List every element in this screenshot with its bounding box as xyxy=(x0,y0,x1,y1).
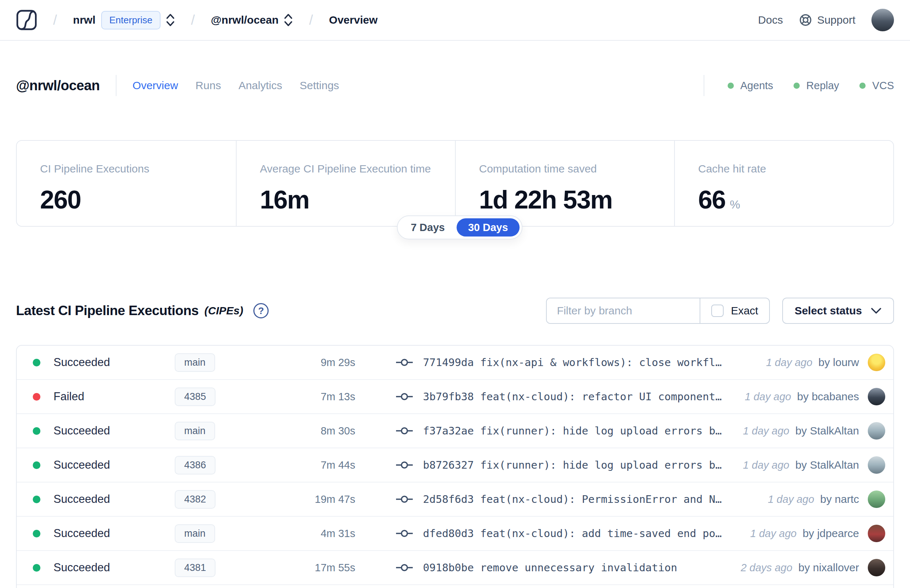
workspace-selector-icon[interactable] xyxy=(284,13,293,27)
commit-cell: 771499da fix(nx-api & workflows): close … xyxy=(355,356,758,368)
help-icon[interactable]: ? xyxy=(253,303,268,318)
section-title-suffix: (CIPEs) xyxy=(205,305,244,317)
cipe-table: Succeeded main 9m 29s 771499da fix(nx-ap… xyxy=(16,345,894,588)
time-ago-label: 1 day ago xyxy=(766,357,812,368)
duration-label: 7m 44s xyxy=(266,459,355,471)
nx-cloud-logo-icon[interactable] xyxy=(16,10,37,31)
avatar xyxy=(868,456,885,474)
status-label: Succeeded xyxy=(53,561,110,574)
exact-label: Exact xyxy=(731,305,758,317)
status-dot-icon xyxy=(33,427,40,435)
author-label: by nartc xyxy=(820,493,859,505)
time-ago-label: 1 day ago xyxy=(743,459,789,471)
feature-status-item[interactable]: VCS xyxy=(860,80,894,92)
exact-checkbox[interactable] xyxy=(711,305,724,317)
status-cell: Succeeded xyxy=(33,424,175,437)
feature-status-item[interactable]: Replay xyxy=(794,80,839,92)
author-label: by StalkAltan xyxy=(795,459,859,471)
commit-message: 3b79fb38 feat(nx-cloud): refactor UI com… xyxy=(423,391,722,403)
meta-cell: 2 days ago by nixallover xyxy=(741,561,859,574)
workspace-name[interactable]: @nrwl/ocean xyxy=(211,14,278,26)
status-cell: Succeeded xyxy=(33,561,175,574)
time-ago-label: 1 day ago xyxy=(745,391,791,402)
status-label: Succeeded xyxy=(53,527,110,540)
status-dot-icon xyxy=(33,530,40,538)
workspace-tab[interactable]: Runs xyxy=(196,79,221,92)
table-row[interactable]: Succeeded 4386 7m 44s b8726327 fix(runne… xyxy=(17,448,893,483)
time-ago-label: 1 day ago xyxy=(743,425,789,437)
stat-label: Average CI Pipeline Execution time xyxy=(260,163,455,175)
table-row[interactable]: Succeeded main 8m 30s f37a32ae fix(runne… xyxy=(17,414,893,448)
select-status-button[interactable]: Select status xyxy=(782,298,894,324)
duration-label: 19m 47s xyxy=(266,493,355,506)
stat-label: Computation time saved xyxy=(479,163,674,175)
status-dot-icon xyxy=(33,393,40,401)
status-dot-icon xyxy=(33,461,40,469)
date-range-toggle: 7 Days 30 Days xyxy=(397,215,522,239)
duration-label: 9m 29s xyxy=(266,357,355,368)
table-row[interactable]: Failed 4385 7m 13s 3b79fb38 feat(nx-clou… xyxy=(17,380,893,414)
status-label: Succeeded xyxy=(53,424,110,437)
org-crumb[interactable]: nrwl Enterprise xyxy=(73,11,175,29)
commit-cell: 3b79fb38 feat(nx-cloud): refactor UI com… xyxy=(355,391,737,403)
breadcrumb-separator: / xyxy=(186,12,200,28)
feature-label: Agents xyxy=(740,80,773,92)
duration-label: 7m 13s xyxy=(266,391,355,403)
enterprise-badge: Enterprise xyxy=(101,11,160,29)
author-label: by jdpearce xyxy=(803,527,859,539)
table-row[interactable]: Succeeded main 9m 29s 771499da fix(nx-ap… xyxy=(17,346,893,380)
time-ago-label: 1 day ago xyxy=(768,493,814,505)
commit-message: dfed80d3 feat(nx-cloud): add time-saved … xyxy=(423,527,722,540)
workspace-tab[interactable]: Overview xyxy=(133,79,178,92)
author-label: by lourw xyxy=(818,356,859,368)
workspace-tab[interactable]: Analytics xyxy=(238,79,282,92)
workspace-crumb[interactable]: @nrwl/ocean xyxy=(211,13,293,27)
support-link[interactable]: Support xyxy=(799,13,855,27)
user-avatar[interactable] xyxy=(871,9,894,31)
branch-filter-input[interactable] xyxy=(547,298,700,323)
date-range-option[interactable]: 30 Days xyxy=(456,218,520,236)
meta-cell: 1 day ago by nartc xyxy=(768,493,859,506)
meta-cell: 1 day ago by StalkAltan xyxy=(743,425,859,437)
feature-label: VCS xyxy=(872,80,894,92)
branch-badge: main xyxy=(175,353,215,372)
status-label: Succeeded xyxy=(53,459,110,472)
status-dot-icon xyxy=(33,564,40,572)
branch-cell: 4385 xyxy=(175,388,266,406)
org-selector-icon[interactable] xyxy=(166,13,175,27)
stat-card: Cache hit rate 66% xyxy=(674,141,893,226)
top-nav-bar: / nrwl Enterprise / @nrwl/ocean / Overvi… xyxy=(0,0,910,41)
branch-filter-group: Exact xyxy=(546,298,770,324)
time-ago-label: 2 days ago xyxy=(741,562,792,573)
stat-card: Average CI Pipeline Execution time 16m xyxy=(236,141,455,226)
status-cell: Succeeded xyxy=(33,459,175,472)
status-label: Failed xyxy=(53,390,84,403)
divider xyxy=(704,75,704,96)
org-name[interactable]: nrwl xyxy=(73,14,96,26)
meta-cell: 1 day ago by jdpearce xyxy=(750,527,859,540)
date-range-option[interactable]: 7 Days xyxy=(400,218,456,236)
support-label: Support xyxy=(817,14,855,26)
git-commit-icon xyxy=(396,426,413,436)
table-row[interactable]: Succeeded 4381 17m 55s 0918b0be remove u… xyxy=(17,551,893,585)
workspace-tab[interactable]: Settings xyxy=(299,79,339,92)
commit-message: 2d58f6d3 feat(nx-cloud): PermissionError… xyxy=(423,493,722,506)
stat-value: 16m xyxy=(260,185,455,214)
lifebuoy-icon xyxy=(799,13,812,27)
status-cell: Succeeded xyxy=(33,493,175,506)
exact-match-toggle[interactable]: Exact xyxy=(700,298,769,323)
feature-status-item[interactable]: Agents xyxy=(727,80,773,92)
git-commit-icon xyxy=(396,460,413,470)
avatar xyxy=(868,388,885,405)
stat-label: CI Pipeline Executions xyxy=(40,163,236,175)
branch-cell: main xyxy=(175,422,266,440)
feature-label: Replay xyxy=(806,80,839,92)
avatar xyxy=(868,491,885,508)
table-row[interactable]: Succeeded 4382 19m 47s 2d58f6d3 feat(nx-… xyxy=(17,483,893,517)
git-commit-icon xyxy=(396,392,413,401)
stat-card: Computation time saved 1d 22h 53m xyxy=(455,141,674,226)
commit-message: 0918b0be remove unnecessary invalidation xyxy=(423,561,677,574)
commit-cell: 2d58f6d3 feat(nx-cloud): PermissionError… xyxy=(355,493,760,506)
table-row[interactable]: Succeeded main 4m 31s dfed80d3 feat(nx-c… xyxy=(17,517,893,551)
docs-link[interactable]: Docs xyxy=(758,14,783,26)
